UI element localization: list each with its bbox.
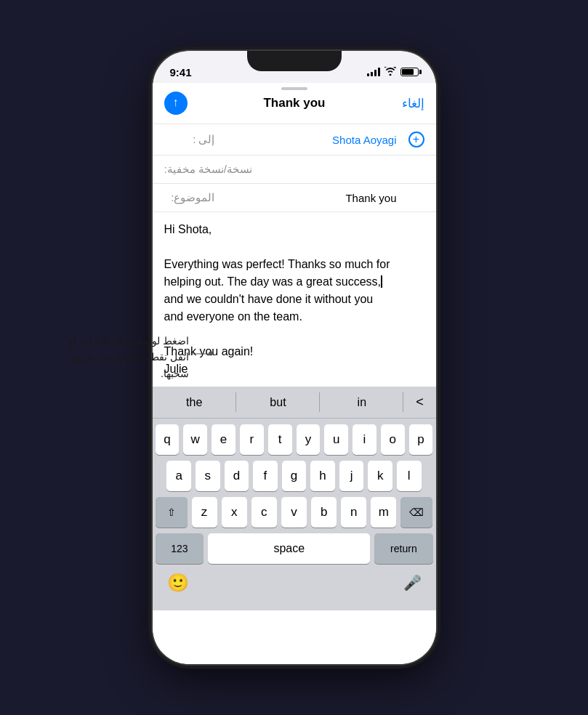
- key-k[interactable]: k: [368, 461, 392, 491]
- body-line-3: Everything was perfect! Thanks so much f…: [164, 256, 424, 273]
- compose-body[interactable]: Hi Shota, Everything was perfect! Thanks…: [153, 212, 436, 387]
- key-n[interactable]: n: [341, 497, 366, 528]
- shift-key[interactable]: ⇧: [156, 497, 188, 528]
- key-v[interactable]: v: [281, 497, 307, 528]
- key-h[interactable]: h: [310, 461, 335, 491]
- keyboard: q w e r t y u i o p a s: [153, 419, 436, 610]
- keyboard-row-1: q w e r t y u i o p: [156, 424, 433, 455]
- body-line-7: [164, 326, 424, 343]
- key-x[interactable]: x: [222, 497, 247, 528]
- body-line-6: and everyone on the team.: [164, 308, 424, 326]
- annotation-text: اضغط لوضع نقطة الإدراج، أو انقل نقطة الإ…: [58, 333, 189, 381]
- body-line-1: Hi Shota,: [164, 221, 424, 238]
- keyboard-bottom-bar: 🙂 🎤: [156, 570, 433, 607]
- key-r[interactable]: r: [240, 424, 264, 455]
- key-g[interactable]: g: [282, 461, 307, 491]
- autocomplete-bar: the but in <: [153, 387, 436, 419]
- key-t[interactable]: t: [268, 424, 292, 455]
- cc-field-row: نسخة/نسخة مخفية:: [153, 155, 436, 184]
- keyboard-row-3: ⇧ z x c v b n m ⌫: [156, 497, 433, 528]
- wifi-icon: [384, 66, 396, 78]
- phone-frame: 9:41: [153, 51, 436, 664]
- send-arrow-icon: ↑: [173, 97, 179, 108]
- body-line-9: Julie: [164, 360, 424, 378]
- key-i[interactable]: i: [353, 424, 376, 455]
- autocomplete-back-button[interactable]: <: [403, 387, 435, 418]
- battery-icon: [400, 68, 419, 76]
- status-time: 9:41: [170, 66, 192, 78]
- status-icons: [367, 66, 419, 78]
- key-j[interactable]: j: [339, 461, 364, 491]
- key-m[interactable]: m: [371, 497, 396, 528]
- annotation-dot: [209, 351, 213, 355]
- key-f[interactable]: f: [253, 461, 278, 491]
- key-e[interactable]: e: [212, 424, 235, 455]
- keyboard-row-4: 123 space return: [156, 533, 433, 564]
- key-l[interactable]: l: [397, 461, 422, 491]
- key-u[interactable]: u: [324, 424, 348, 455]
- annotation-line: [190, 353, 211, 354]
- phone-screen: 9:41: [153, 51, 436, 664]
- microphone-button[interactable]: 🎤: [403, 574, 422, 591]
- drag-handle: [281, 87, 307, 90]
- signal-icon: [367, 68, 380, 76]
- autocomplete-item-3[interactable]: in: [320, 387, 403, 418]
- screen-content: 9:41: [153, 51, 436, 664]
- key-d[interactable]: d: [225, 461, 249, 491]
- key-o[interactable]: o: [381, 424, 405, 455]
- subject-label: الموضوع:: [164, 191, 215, 204]
- subject-value[interactable]: Thank you: [215, 192, 397, 204]
- key-c[interactable]: c: [251, 497, 277, 528]
- mail-compose-area: ↑ Thank you إلغاء + Shota Aoyagi إلى :: [153, 83, 436, 664]
- key-y[interactable]: y: [297, 424, 321, 455]
- to-label: إلى :: [164, 133, 215, 146]
- key-a[interactable]: a: [166, 461, 191, 491]
- emoji-button[interactable]: 🙂: [167, 573, 189, 593]
- autocomplete-item-1[interactable]: the: [153, 387, 236, 418]
- send-button[interactable]: ↑: [164, 92, 188, 115]
- key-p[interactable]: p: [409, 424, 433, 455]
- to-value[interactable]: Shota Aoyagi: [215, 134, 397, 146]
- text-cursor: [381, 275, 382, 288]
- key-w[interactable]: w: [183, 424, 207, 455]
- autocomplete-item-2[interactable]: but: [236, 387, 320, 418]
- backspace-key[interactable]: ⌫: [400, 497, 432, 528]
- key-b[interactable]: b: [311, 497, 337, 528]
- body-line-8: Thank you again!: [164, 343, 424, 360]
- compose-header: ↑ Thank you إلغاء: [153, 83, 436, 124]
- keyboard-row-2: a s d f g h j k l: [156, 461, 433, 491]
- body-line-5: and we couldn't have done it without you: [164, 291, 424, 308]
- compose-title: Thank you: [188, 96, 402, 110]
- cancel-button[interactable]: إلغاء: [402, 96, 424, 111]
- notch: [247, 51, 342, 71]
- key-z[interactable]: z: [192, 497, 217, 528]
- numeric-key[interactable]: 123: [156, 533, 204, 564]
- key-s[interactable]: s: [196, 461, 220, 491]
- space-key[interactable]: space: [208, 533, 370, 564]
- body-line-2: [164, 238, 424, 256]
- body-line-4: helping out. The day was a great success…: [164, 273, 424, 291]
- add-recipient-button[interactable]: +: [408, 132, 424, 148]
- cc-label: نسخة/نسخة مخفية:: [164, 163, 253, 176]
- plus-icon: +: [413, 134, 419, 145]
- key-q[interactable]: q: [156, 424, 180, 455]
- subject-field-row: Thank you الموضوع:: [153, 184, 436, 212]
- to-field-row: + Shota Aoyagi إلى :: [153, 124, 436, 155]
- return-key[interactable]: return: [374, 533, 432, 564]
- annotation-container: اضغط لوضع نقطة الإدراج، أو انقل نقطة الإ…: [58, 333, 189, 381]
